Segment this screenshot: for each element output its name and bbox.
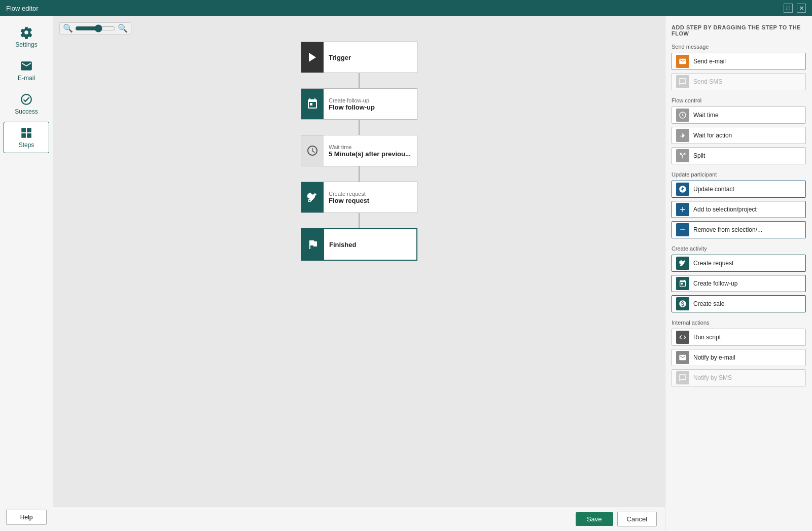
svg-marker-0 [309, 53, 316, 62]
createrequest-title: Flow request [329, 197, 412, 204]
finished-content: Finished [324, 229, 416, 260]
waittime-title: 5 Minute(s) after previou... [329, 150, 412, 158]
connector-2 [359, 120, 360, 135]
followup-title: Flow follow-up [329, 103, 412, 111]
waittime-subtitle: Wait time [329, 144, 412, 150]
remove-selection-label: Remove from selection/... [693, 226, 762, 233]
remove-selection-button[interactable]: Remove from selection/... [672, 221, 806, 238]
create-sale-button[interactable]: Create sale [672, 295, 806, 312]
followup-subtitle: Create follow-up [329, 97, 412, 103]
send-email-label: Send e-mail [693, 58, 726, 65]
flag-icon [307, 238, 319, 251]
clock-icon [306, 145, 319, 157]
close-button[interactable]: ✕ [797, 4, 806, 13]
waittime-content: Wait time 5 Minute(s) after previou... [324, 135, 417, 166]
sidebar-item-settings[interactable]: Settings [4, 21, 49, 53]
waittime-icon-area [301, 135, 324, 166]
connector-3 [359, 166, 360, 182]
sidebar-email-label: E-mail [18, 75, 35, 82]
app-layout: Settings E-mail Success Steps Help 🔍 🔍 [0, 16, 812, 531]
createrequest-content: Create request Flow request [324, 182, 417, 213]
maximize-button[interactable]: □ [784, 4, 793, 13]
wait-action-icon [676, 129, 689, 142]
canvas-area: 🔍 🔍 Trigger Create [53, 16, 665, 531]
create-sale-icon [676, 297, 689, 310]
sidebar-bottom: Help [6, 510, 47, 525]
bottom-bar: Save Cancel [53, 507, 665, 531]
section-title-activity: Create activity [672, 245, 806, 252]
cancel-button[interactable]: Cancel [617, 512, 657, 526]
canvas-toolbar: 🔍 🔍 [59, 22, 131, 34]
update-contact-button[interactable]: Update contact [672, 181, 806, 198]
split-button[interactable]: Split [672, 147, 806, 164]
save-button[interactable]: Save [576, 512, 613, 526]
add-selection-label: Add to selection/project [693, 206, 757, 213]
send-sms-label: Send SMS [693, 78, 722, 85]
run-script-button[interactable]: Run script [672, 329, 806, 346]
create-request-icon [676, 257, 689, 270]
email-icon [20, 59, 33, 73]
followup-icon-area [301, 89, 324, 119]
create-followup-btn[interactable]: Create follow-up [672, 275, 806, 292]
zoom-in-button[interactable]: 🔍 [118, 24, 128, 32]
waittime-node[interactable]: Wait time 5 Minute(s) after previou... [301, 135, 417, 166]
calendar-icon [306, 98, 319, 110]
flow-container: Trigger Create follow-up Flow follow-up [301, 42, 417, 261]
wait-time-label: Wait time [693, 112, 719, 119]
request-icon [306, 191, 319, 203]
success-icon [20, 93, 33, 106]
app-title: Flow editor [6, 5, 39, 12]
section-title-flow: Flow control [672, 97, 806, 103]
connector-1 [359, 73, 360, 88]
createrequest-node[interactable]: Create request Flow request [301, 182, 417, 213]
create-request-btn[interactable]: Create request [672, 255, 806, 272]
run-script-label: Run script [693, 334, 721, 341]
create-sale-label: Create sale [693, 300, 724, 307]
section-title-internal: Internal actions [672, 320, 806, 326]
sidebar: Settings E-mail Success Steps Help [0, 16, 53, 531]
followup-node[interactable]: Create follow-up Flow follow-up [301, 88, 417, 120]
send-email-icon [676, 55, 689, 68]
trigger-node[interactable]: Trigger [301, 42, 417, 73]
sidebar-item-steps[interactable]: Steps [4, 122, 49, 153]
notify-sms-label: Notify by SMS [693, 374, 732, 381]
panel-header: ADD STEP BY DRAGGING THE STEP TO THE FLO… [672, 24, 806, 37]
split-label: Split [693, 152, 705, 159]
wait-time-button[interactable]: Wait time [672, 107, 806, 124]
sidebar-item-success[interactable]: Success [4, 88, 49, 120]
section-title-send: Send message [672, 44, 806, 50]
help-button[interactable]: Help [6, 510, 47, 525]
update-contact-label: Update contact [693, 186, 734, 193]
add-selection-icon [676, 203, 689, 216]
section-title-participant: Update participant [672, 171, 806, 178]
steps-icon [20, 126, 33, 139]
zoom-out-button[interactable]: 🔍 [63, 24, 73, 32]
notify-sms-icon [676, 371, 689, 384]
wait-action-button[interactable]: Wait for action [672, 127, 806, 144]
notify-sms-button: Notify by SMS [672, 369, 806, 386]
settings-icon [20, 26, 33, 39]
trigger-title: Trigger [329, 54, 412, 61]
window-controls: □ ✕ [784, 4, 806, 13]
sidebar-item-email[interactable]: E-mail [4, 55, 49, 86]
notify-email-label: Notify by e-mail [693, 354, 735, 361]
send-sms-icon [676, 75, 689, 88]
finished-node[interactable]: Finished [301, 228, 417, 261]
run-script-icon [676, 331, 689, 344]
sidebar-steps-label: Steps [19, 141, 34, 149]
title-bar: Flow editor □ ✕ [0, 0, 812, 16]
createrequest-subtitle: Create request [329, 191, 412, 197]
connector-4 [359, 213, 360, 228]
send-email-button[interactable]: Send e-mail [672, 53, 806, 70]
create-request-label: Create request [693, 260, 733, 267]
zoom-slider[interactable] [75, 24, 116, 32]
create-followup-icon [676, 277, 689, 290]
add-selection-button[interactable]: Add to selection/project [672, 201, 806, 218]
sidebar-success-label: Success [15, 108, 38, 115]
notify-email-button[interactable]: Notify by e-mail [672, 349, 806, 366]
send-sms-button: Send SMS [672, 73, 806, 90]
remove-selection-icon [676, 223, 689, 236]
trigger-icon-area [301, 42, 324, 73]
split-icon [676, 149, 689, 162]
finished-title: Finished [329, 241, 411, 249]
